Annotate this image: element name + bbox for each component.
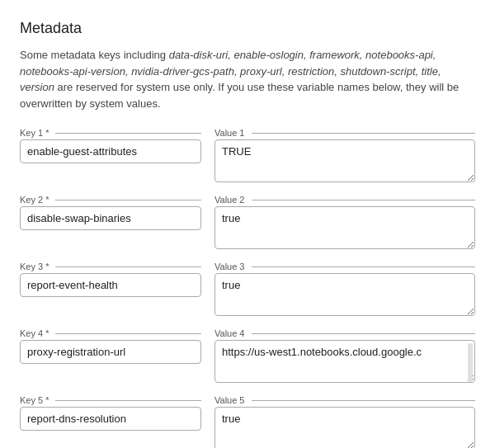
value-4-input[interactable]: https://us-west1.notebooks.cloud.google.… — [214, 340, 475, 383]
key-5-label: Key 5 * — [20, 395, 52, 405]
key-1-input[interactable] — [20, 139, 201, 163]
value-3-label: Value 3 — [214, 262, 248, 271]
key-3-label: Key 3 * — [20, 262, 52, 271]
key-5-group: Key 5 * — [20, 395, 201, 431]
key-4-group: Key 4 * — [20, 328, 201, 364]
metadata-rows: Key 1 * Value 1 TRUE Key 2 * Va — [20, 128, 475, 448]
value-4-group: Value 4 https://us-west1.notebooks.cloud… — [214, 328, 475, 385]
value-1-group: Value 1 TRUE — [214, 128, 475, 185]
key-4-label: Key 4 * — [20, 328, 52, 338]
value-5-label: Value 5 — [214, 395, 248, 405]
key-5-input[interactable] — [20, 407, 201, 431]
key-2-group: Key 2 * — [20, 195, 201, 230]
key-2-label: Key 2 * — [20, 195, 52, 205]
key-3-group: Key 3 * — [20, 262, 201, 297]
key-4-input[interactable] — [20, 340, 201, 364]
metadata-row: Key 5 * Value 5 true — [20, 395, 475, 448]
key-3-input[interactable] — [20, 273, 201, 297]
value-1-input[interactable]: TRUE — [214, 139, 475, 182]
value-3-input[interactable]: true — [214, 273, 475, 316]
page-title: Metadata — [20, 20, 475, 37]
value-2-group: Value 2 true — [214, 195, 475, 252]
key-1-group: Key 1 * — [20, 128, 201, 163]
metadata-row: Key 2 * Value 2 true — [20, 195, 475, 252]
key-2-input[interactable] — [20, 206, 201, 230]
key-1-label: Key 1 * — [20, 128, 52, 138]
metadata-row: Key 3 * Value 3 true — [20, 262, 475, 318]
value-1-label: Value 1 — [214, 128, 248, 138]
metadata-row: Key 4 * Value 4 https://us-west1.noteboo… — [20, 328, 475, 385]
description-text: Some metadata keys including data-disk-u… — [20, 47, 475, 111]
value-5-group: Value 5 true — [214, 395, 475, 448]
value-4-label: Value 4 — [214, 328, 248, 338]
value-3-group: Value 3 true — [214, 262, 475, 318]
value-5-input[interactable]: true — [214, 407, 475, 448]
value-2-input[interactable]: true — [214, 206, 475, 249]
metadata-row: Key 1 * Value 1 TRUE — [20, 128, 475, 185]
value-2-label: Value 2 — [214, 195, 248, 205]
